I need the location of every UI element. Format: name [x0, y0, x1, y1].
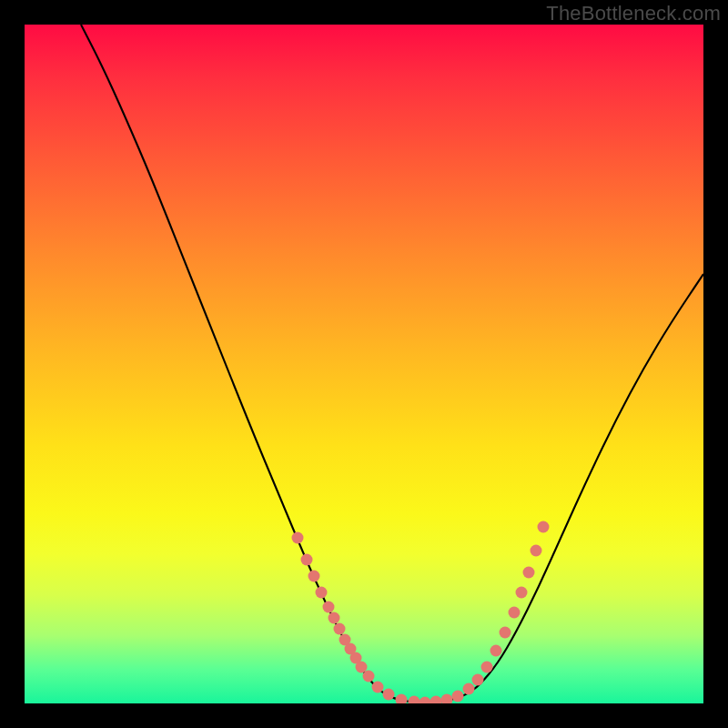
data-dot	[396, 694, 408, 704]
data-dot	[308, 571, 320, 582]
data-dot	[323, 602, 335, 613]
data-dot	[509, 607, 521, 619]
data-dot	[363, 671, 375, 682]
data-dot	[420, 697, 431, 704]
data-dot	[516, 587, 528, 599]
data-dot	[430, 696, 442, 704]
data-dot	[500, 627, 511, 639]
data-dot	[523, 567, 535, 579]
data-dot	[316, 587, 328, 599]
data-dot	[441, 694, 453, 704]
data-dot	[490, 645, 502, 657]
data-dot	[409, 696, 420, 704]
data-dot	[372, 682, 384, 693]
data-dot	[531, 545, 542, 557]
data-dot	[463, 683, 475, 695]
data-dot	[292, 532, 304, 544]
data-dot	[334, 623, 346, 635]
bottleneck-curve	[81, 25, 703, 703]
curve-dots	[292, 521, 550, 704]
chart-svg	[25, 25, 703, 703]
data-dot	[481, 662, 493, 673]
data-dot	[329, 612, 340, 624]
data-dot	[472, 674, 484, 686]
data-dot	[301, 554, 313, 566]
data-dot	[452, 691, 464, 703]
chart-frame	[25, 25, 703, 703]
watermark-text: TheBottleneck.com	[546, 2, 721, 25]
data-dot	[383, 689, 395, 701]
data-dot	[538, 521, 550, 533]
